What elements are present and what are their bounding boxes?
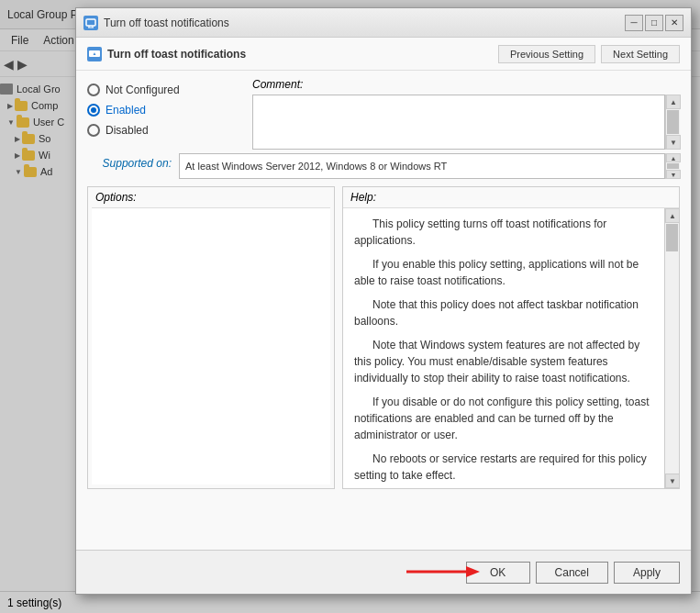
help-scroll-thumb[interactable] <box>666 224 678 251</box>
options-pane: Options: <box>87 186 335 489</box>
svg-rect-0 <box>86 19 95 26</box>
supported-value: At least Windows Server 2012, Windows 8 … <box>179 153 665 179</box>
help-text-content: This policy setting turns off toast noti… <box>343 208 664 488</box>
comment-label: Comment: <box>252 78 680 91</box>
dialog-title-icon <box>83 16 98 30</box>
dialog-nav-buttons: Previous Setting Next Setting <box>498 45 680 63</box>
help-pane: Help: This policy setting turns off toas… <box>342 186 680 489</box>
cancel-button[interactable]: Cancel <box>536 562 608 584</box>
maximize-button[interactable]: □ <box>645 15 663 31</box>
radio-circle-enabled[interactable] <box>87 104 100 117</box>
help-para-0: This policy setting turns off toast noti… <box>354 216 653 249</box>
main-content-area: Options: Help: This policy setting turns… <box>87 186 680 489</box>
scroll-thumb[interactable] <box>667 110 679 134</box>
close-button[interactable]: ✕ <box>665 15 683 31</box>
next-setting-button[interactable]: Next Setting <box>601 45 680 63</box>
radio-enabled[interactable]: Enabled <box>87 102 252 118</box>
dialog-header-title: ▲ Turn off toast notifications <box>87 47 246 61</box>
scroll-down-arrow[interactable]: ▼ <box>666 135 681 150</box>
svg-text:▲: ▲ <box>93 50 97 56</box>
comment-scrollbar[interactable]: ▲ ▼ <box>665 95 680 150</box>
radio-label-not-configured: Not Configured <box>106 84 180 96</box>
radio-circle-not-configured[interactable] <box>87 84 100 96</box>
dialog-header-title-text: Turn off toast notifications <box>107 48 246 61</box>
help-para-1: If you enable this policy setting, appli… <box>354 256 653 289</box>
help-pane-title: Help: <box>343 187 679 207</box>
radio-circle-disabled[interactable] <box>87 124 100 137</box>
help-para-3: Note that Windows system features are no… <box>354 337 653 386</box>
options-row: Not Configured Enabled Disabled Comment: <box>87 78 680 150</box>
options-pane-content <box>92 207 330 485</box>
svg-marker-5 <box>466 566 480 577</box>
help-scroll-down[interactable]: ▼ <box>665 474 679 488</box>
radio-column: Not Configured Enabled Disabled <box>87 78 252 139</box>
red-arrow-annotation <box>406 561 480 583</box>
help-scroll-track <box>665 252 679 474</box>
radio-label-disabled: Disabled <box>106 124 149 137</box>
comment-column: Comment: ▲ ▼ <box>252 78 680 150</box>
help-para-4: If you disable or do not configure this … <box>354 394 653 443</box>
supported-label: Supported on: <box>87 153 179 170</box>
help-para-2: Note that this policy does not affect ta… <box>354 296 653 329</box>
supported-scroll-down[interactable]: ▼ <box>666 170 681 179</box>
radio-disabled[interactable]: Disabled <box>87 122 252 139</box>
radio-not-configured[interactable]: Not Configured <box>87 82 252 98</box>
help-para-5: No reboots or service restarts are requi… <box>354 451 653 484</box>
help-scroll-up[interactable]: ▲ <box>665 208 679 223</box>
previous-setting-button[interactable]: Previous Setting <box>498 45 595 63</box>
options-pane-title: Options: <box>88 187 334 207</box>
dialog-controls: ─ □ ✕ <box>625 15 683 31</box>
help-scrollbar[interactable]: ▲ ▼ <box>664 208 679 488</box>
apply-button[interactable]: Apply <box>614 562 680 584</box>
supported-scrollbar[interactable]: ▲ ▼ <box>665 153 680 179</box>
dialog-title-text: Turn off toast notifications <box>104 17 229 29</box>
dialog-header: ▲ Turn off toast notifications Previous … <box>76 38 691 71</box>
scroll-up-arrow[interactable]: ▲ <box>666 95 681 109</box>
supported-value-wrap: At least Windows Server 2012, Windows 8 … <box>179 153 680 179</box>
dialog-header-icon: ▲ <box>87 47 102 61</box>
supported-scroll-thumb[interactable] <box>667 163 679 169</box>
policy-dialog: Turn off toast notifications ─ □ ✕ ▲ Tur… <box>75 7 692 595</box>
dialog-titlebar: Turn off toast notifications ─ □ ✕ <box>76 8 691 38</box>
supported-row: Supported on: At least Windows Server 20… <box>87 153 680 179</box>
help-content-box: This policy setting turns off toast noti… <box>343 207 679 488</box>
comment-input[interactable] <box>252 95 665 150</box>
dialog-body: Not Configured Enabled Disabled Comment: <box>76 71 691 552</box>
supported-scroll-up[interactable]: ▲ <box>666 153 681 162</box>
dialog-title-left: Turn off toast notifications <box>83 16 229 30</box>
radio-label-enabled: Enabled <box>106 104 146 117</box>
dialog-footer: OK Cancel Apply <box>76 550 691 594</box>
minimize-button[interactable]: ─ <box>625 15 643 31</box>
